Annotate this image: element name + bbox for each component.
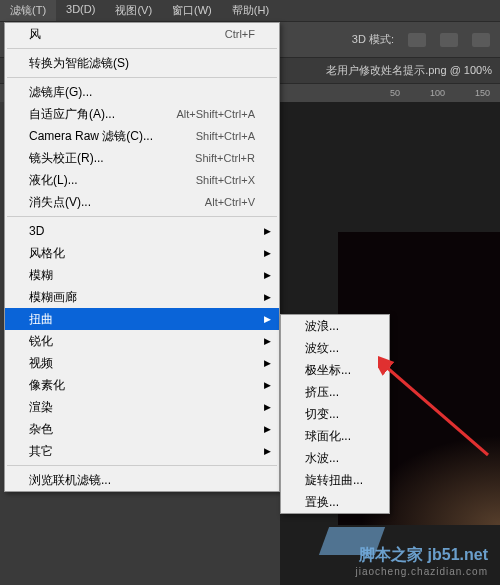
menu-3d-sub[interactable]: 3D▶ <box>5 220 279 242</box>
menu-video[interactable]: 视频▶ <box>5 352 279 374</box>
menu-liquify[interactable]: 液化(L)...Shift+Ctrl+X <box>5 169 279 191</box>
ruler-tick: 50 <box>390 88 400 98</box>
menu-sharpen[interactable]: 锐化▶ <box>5 330 279 352</box>
ruler-tick: 150 <box>475 88 490 98</box>
menu-separator <box>7 77 277 78</box>
menu-separator <box>7 216 277 217</box>
chevron-right-icon: ▶ <box>264 314 271 324</box>
menu-help[interactable]: 帮助(H) <box>222 0 279 21</box>
menu-window[interactable]: 窗口(W) <box>162 0 222 21</box>
submenu-polar[interactable]: 极坐标... <box>281 359 389 381</box>
menu-separator <box>7 465 277 466</box>
mode3d-orbit-icon[interactable] <box>408 33 426 47</box>
menu-render[interactable]: 渲染▶ <box>5 396 279 418</box>
menubar: 滤镜(T) 3D(D) 视图(V) 窗口(W) 帮助(H) <box>0 0 500 22</box>
menu-blur[interactable]: 模糊▶ <box>5 264 279 286</box>
chevron-right-icon: ▶ <box>264 292 271 302</box>
chevron-right-icon: ▶ <box>264 270 271 280</box>
watermark-text: 脚本之家 jb51.net <box>355 545 488 566</box>
chevron-right-icon: ▶ <box>264 380 271 390</box>
menu-noise[interactable]: 杂色▶ <box>5 418 279 440</box>
mode3d-label: 3D 模式: <box>352 32 394 47</box>
chevron-right-icon: ▶ <box>264 226 271 236</box>
menu-camera-raw[interactable]: Camera Raw 滤镜(C)...Shift+Ctrl+A <box>5 125 279 147</box>
document-tab[interactable]: 老用户修改姓名提示.png @ 100% <box>326 63 492 78</box>
submenu-zigzag[interactable]: 水波... <box>281 447 389 469</box>
chevron-right-icon: ▶ <box>264 446 271 456</box>
ruler-tick: 100 <box>430 88 445 98</box>
menu-filter[interactable]: 滤镜(T) <box>0 0 56 21</box>
menu-lens-correct[interactable]: 镜头校正(R)...Shift+Ctrl+R <box>5 147 279 169</box>
menu-vanishing-point[interactable]: 消失点(V)...Alt+Ctrl+V <box>5 191 279 213</box>
watermark-url: jiaocheng.chazidian.com <box>355 566 488 577</box>
chevron-right-icon: ▶ <box>264 402 271 412</box>
menu-view[interactable]: 视图(V) <box>105 0 162 21</box>
menu-stylize[interactable]: 风格化▶ <box>5 242 279 264</box>
menu-separator <box>7 48 277 49</box>
distort-submenu: 波浪... 波纹... 极坐标... 挤压... 切变... 球面化... 水波… <box>280 314 390 514</box>
menu-filter-gallery[interactable]: 滤镜库(G)... <box>5 81 279 103</box>
submenu-twirl[interactable]: 旋转扭曲... <box>281 469 389 491</box>
submenu-shear[interactable]: 切变... <box>281 403 389 425</box>
watermark: 脚本之家 jb51.net jiaocheng.chazidian.com <box>355 545 488 577</box>
chevron-right-icon: ▶ <box>264 358 271 368</box>
menu-other[interactable]: 其它▶ <box>5 440 279 462</box>
chevron-right-icon: ▶ <box>264 248 271 258</box>
filter-dropdown: 风 Ctrl+F 转换为智能滤镜(S) 滤镜库(G)... 自适应广角(A)..… <box>4 22 280 492</box>
submenu-wave[interactable]: 波浪... <box>281 315 389 337</box>
menu-adaptive-wide[interactable]: 自适应广角(A)...Alt+Shift+Ctrl+A <box>5 103 279 125</box>
menu-blur-gallery[interactable]: 模糊画廊▶ <box>5 286 279 308</box>
chevron-right-icon: ▶ <box>264 424 271 434</box>
submenu-pinch[interactable]: 挤压... <box>281 381 389 403</box>
submenu-ripple[interactable]: 波纹... <box>281 337 389 359</box>
submenu-displace[interactable]: 置换... <box>281 491 389 513</box>
submenu-spherize[interactable]: 球面化... <box>281 425 389 447</box>
menu-pixelate[interactable]: 像素化▶ <box>5 374 279 396</box>
chevron-right-icon: ▶ <box>264 336 271 346</box>
menu-convert-smart[interactable]: 转换为智能滤镜(S) <box>5 52 279 74</box>
menu-browse-online[interactable]: 浏览联机滤镜... <box>5 469 279 491</box>
menu-distort[interactable]: 扭曲▶ <box>5 308 279 330</box>
menu-3d[interactable]: 3D(D) <box>56 0 105 21</box>
mode3d-slide-icon[interactable] <box>472 33 490 47</box>
mode3d-pan-icon[interactable] <box>440 33 458 47</box>
menu-recent-filter[interactable]: 风 Ctrl+F <box>5 23 279 45</box>
